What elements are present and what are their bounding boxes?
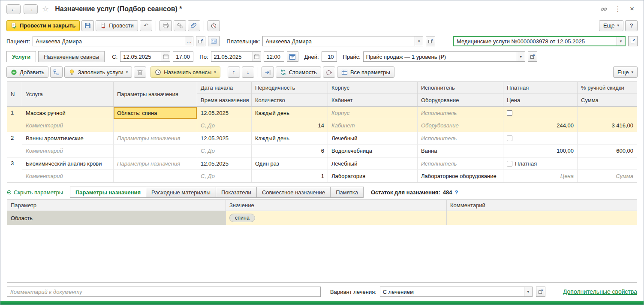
paid-cell[interactable]	[503, 132, 578, 145]
paid-checkbox[interactable]	[507, 161, 512, 166]
tab-consumables[interactable]: Расходные материалы	[146, 187, 216, 198]
from-time-input[interactable]	[173, 52, 193, 61]
sum-cell[interactable]: 600,00	[578, 145, 637, 157]
patient-open-button[interactable]	[196, 36, 205, 46]
performer-cell[interactable]: Исполнитель	[418, 157, 503, 170]
tab-services[interactable]: Услуги	[6, 51, 36, 62]
tab-memo[interactable]: Памятка	[330, 187, 364, 198]
undo-post-button[interactable]: ↶	[140, 20, 152, 31]
move-down-button[interactable]: ↓	[242, 66, 254, 78]
param-comment-cell[interactable]	[447, 211, 637, 225]
param-name-cell[interactable]: Область	[7, 211, 226, 225]
service-cell[interactable]: Ванны ароматические	[22, 132, 114, 145]
payer-input[interactable]	[263, 36, 415, 46]
param-value-chip[interactable]: спина	[229, 214, 255, 222]
service-cell[interactable]: Массаж ручной	[22, 107, 114, 119]
manual-discount-cell[interactable]	[578, 132, 637, 145]
quantity-cell[interactable]: 1	[252, 170, 328, 182]
paid-cell[interactable]	[503, 107, 578, 119]
post-and-close-button[interactable]: Провести и закрыть	[6, 20, 80, 31]
paid-checkbox[interactable]	[507, 136, 512, 141]
more-menu-button[interactable]: ⋮	[612, 4, 623, 14]
paid-cell[interactable]: Платная	[503, 157, 578, 170]
treatment-variant-select[interactable]: С лечением ▾	[380, 287, 533, 297]
params-extra-cell[interactable]	[114, 145, 197, 157]
add-button[interactable]: Добавить	[6, 66, 48, 78]
comment-cell[interactable]: Комментарий	[22, 145, 114, 157]
patient-card-button[interactable]	[208, 36, 220, 46]
equipment-cell[interactable]: Лабораторное оборудование	[418, 170, 503, 182]
payer-open-button[interactable]	[426, 36, 435, 46]
manual-discount-cell[interactable]	[578, 107, 637, 119]
tab-indicators[interactable]: Показатели	[216, 187, 257, 198]
room-cell[interactable]: Водолечебница	[328, 145, 418, 157]
assign-sessions-button[interactable]: Назначить сеансы ▾	[150, 66, 220, 78]
copy-link-button[interactable]	[598, 4, 609, 14]
building-cell[interactable]: Лечебный	[328, 132, 418, 145]
close-button[interactable]: ×	[626, 4, 638, 14]
contract-select[interactable]: Медицинские услуги №0000003978 от 12.05.…	[453, 36, 626, 46]
manual-discount-cell[interactable]	[578, 157, 637, 170]
hide-params-link[interactable]: Скрыть параметры	[7, 189, 63, 196]
performer-cell[interactable]: Исполнитель	[418, 107, 503, 119]
time-cell[interactable]: С, До	[197, 145, 252, 157]
start-date-cell[interactable]: 12.05.2025	[197, 157, 252, 170]
payment-button[interactable]	[323, 66, 335, 78]
start-date-cell[interactable]: 12.05.2025	[197, 132, 252, 145]
sum-cell[interactable]: Сумма	[578, 170, 637, 182]
equipment-cell[interactable]: Оборудование	[418, 119, 503, 132]
contract-dropdown-button[interactable]: ▾	[617, 37, 625, 45]
time-cell[interactable]: С, До	[197, 170, 252, 182]
room-cell[interactable]: Кабинет	[328, 119, 418, 132]
start-date-cell[interactable]: 12.05.2025	[197, 107, 252, 119]
help-button[interactable]: ?	[625, 20, 638, 31]
price-dropdown-button[interactable]: ▾	[517, 52, 525, 61]
params-cell[interactable]: Параметры назначения	[114, 132, 197, 145]
params-cell[interactable]: Область: спина	[114, 107, 197, 119]
tab-assignment-params[interactable]: Параметры назначения	[70, 187, 146, 198]
additional-properties-link[interactable]: Дополнительные свойства	[563, 288, 637, 295]
to-date-input[interactable]	[211, 52, 253, 61]
quantity-cell[interactable]: 6	[252, 145, 328, 157]
print-button[interactable]	[159, 20, 172, 31]
price-cell[interactable]: 244,00	[503, 119, 578, 132]
forward-button[interactable]: →	[24, 4, 38, 14]
paid-checkbox[interactable]	[507, 110, 512, 116]
time-cell[interactable]: С, До	[197, 119, 252, 132]
patient-input[interactable]	[33, 36, 185, 46]
periodicity-cell[interactable]: Один раз	[252, 157, 328, 170]
service-cell[interactable]: Биохимический анализ крови	[22, 157, 114, 170]
save-button[interactable]	[81, 20, 94, 31]
param-value-cell[interactable]: спина	[226, 211, 447, 225]
params-extra-cell[interactable]	[114, 170, 197, 182]
contract-open-button[interactable]	[628, 36, 638, 46]
move-up-button[interactable]: ↑	[228, 66, 240, 78]
periodicity-cell[interactable]: Каждый день	[252, 132, 328, 145]
comment-cell[interactable]: Комментарий	[22, 119, 114, 132]
document-comment-input[interactable]	[7, 287, 321, 297]
row-number-cell[interactable]: 3	[7, 157, 22, 182]
back-button[interactable]: ←	[6, 4, 21, 14]
quantity-cell[interactable]: 14	[252, 119, 328, 132]
from-date-input[interactable]	[120, 52, 162, 61]
row-number-cell[interactable]: 2	[7, 132, 22, 157]
more-button-top[interactable]: Еще▾	[599, 20, 623, 31]
comment-cell[interactable]: Комментарий	[22, 170, 114, 182]
more-button-table[interactable]: Еще▾	[613, 66, 638, 78]
schedule-picker-button[interactable]	[287, 51, 298, 62]
row-number-cell[interactable]: 1	[7, 107, 22, 132]
treatment-dropdown-button[interactable]: ▾	[524, 287, 532, 296]
delete-button[interactable]	[134, 66, 146, 78]
params-cell[interactable]: Параметры назначения	[114, 157, 197, 170]
fill-services-button[interactable]: Заполнить услуги ▾	[64, 66, 132, 78]
building-cell[interactable]: Корпус	[328, 107, 418, 119]
building-cell[interactable]: Лечебный	[328, 157, 418, 170]
price-select[interactable]: Прайс продаж — 1 уровень (₽) ▾	[363, 51, 525, 62]
price-cell[interactable]: 100,00	[503, 145, 578, 157]
patient-select-button[interactable]: ...	[185, 36, 193, 46]
favorite-star-icon[interactable]: ☆	[42, 4, 49, 14]
cost-button[interactable]: Стоимость	[276, 66, 321, 78]
payer-dropdown-button[interactable]: ▾	[415, 36, 423, 46]
room-cell[interactable]: Лаборатория	[328, 170, 418, 182]
post-button[interactable]: Провести	[96, 20, 138, 31]
